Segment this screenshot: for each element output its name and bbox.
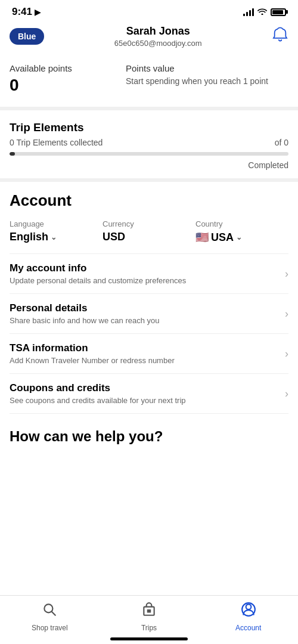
my-account-info-desc: Update personal details and customize pr… [10, 276, 186, 285]
language-value[interactable]: English ⌄ [10, 231, 103, 243]
available-points-label: Available points [10, 63, 126, 73]
trip-of-label: of 0 [275, 138, 288, 147]
trip-elements-row: 0 Trip Elements collected of 0 [10, 138, 288, 147]
trip-elements-title: Trip Elements [10, 121, 288, 134]
account-section: Account Language English ⌄ Currency USD … [0, 182, 298, 414]
nav-trips[interactable]: Trips [100, 602, 199, 632]
user-email: 65e0c650@moodjoy.com [44, 39, 272, 48]
points-value-label: Points value [126, 63, 288, 73]
nav-shop-travel[interactable]: Shop travel [0, 602, 100, 632]
tier-badge: Blue [10, 28, 44, 45]
currency-label: Currency [103, 219, 195, 228]
chevron-right-icon: › [285, 308, 288, 320]
battery-icon [271, 8, 286, 16]
nav-trips-label: Trips [141, 624, 157, 632]
personal-details-desc: Share basic info and how we can reach yo… [10, 316, 160, 325]
language-label: Language [10, 219, 103, 228]
personal-details-item[interactable]: Personal details Share basic info and ho… [10, 294, 288, 334]
trip-progress-fill [10, 152, 15, 156]
svg-point-4 [246, 604, 251, 609]
chevron-right-icon: › [285, 388, 288, 400]
trips-icon [141, 602, 157, 621]
nav-account[interactable]: Account [198, 602, 298, 632]
account-icon [241, 602, 256, 621]
search-icon [42, 602, 57, 621]
status-time: 9:41 ▶ [12, 6, 41, 18]
coupons-credits-desc: See coupons and credits available for yo… [10, 396, 186, 405]
coupons-credits-title: Coupons and credits [10, 382, 186, 394]
locale-row: Language English ⌄ Currency USD Country … [10, 219, 288, 254]
trip-elements-section: Trip Elements 0 Trip Elements collected … [0, 110, 298, 182]
currency-value[interactable]: USD [103, 231, 195, 243]
wifi-icon [257, 7, 267, 17]
tsa-information-desc: Add Known Traveler Number or redress num… [10, 356, 175, 365]
coupons-credits-item[interactable]: Coupons and credits See coupons and cred… [10, 374, 288, 414]
tsa-information-title: TSA information [10, 342, 175, 354]
language-chevron-down-icon: ⌄ [51, 233, 57, 242]
user-info: Sarah Jonas 65e0c650@moodjoy.com [44, 25, 272, 48]
country-chevron-down-icon: ⌄ [236, 233, 242, 242]
trip-completed-label: Completed [10, 160, 288, 170]
country-value[interactable]: 🇺🇸 USA ⌄ [195, 231, 288, 244]
help-title: How can we help you? [10, 428, 288, 445]
currency-selector[interactable]: Currency USD [103, 219, 195, 244]
country-flag-icon: 🇺🇸 [195, 231, 209, 244]
chevron-right-icon: › [285, 348, 288, 360]
trip-progress-bar [10, 152, 288, 156]
available-points-value: 0 [10, 76, 126, 95]
chevron-right-icon: › [285, 268, 288, 280]
nav-account-label: Account [235, 624, 261, 632]
country-selector[interactable]: Country 🇺🇸 USA ⌄ [195, 219, 288, 244]
bottom-nav: Shop travel Trips Account [0, 595, 298, 644]
points-value-desc: Start spending when you reach 1 point [126, 76, 288, 88]
svg-line-1 [52, 612, 55, 615]
language-selector[interactable]: Language English ⌄ [10, 219, 103, 244]
tsa-information-item[interactable]: TSA information Add Known Traveler Numbe… [10, 334, 288, 374]
country-label: Country [195, 219, 288, 228]
home-indicator [110, 637, 188, 640]
status-bar: 9:41 ▶ [0, 0, 298, 21]
header: Blue Sarah Jonas 65e0c650@moodjoy.com [0, 21, 298, 55]
nav-shop-travel-label: Shop travel [32, 624, 68, 632]
trip-collected-label: 0 Trip Elements collected [10, 138, 103, 147]
points-section: Available points 0 Points value Start sp… [0, 55, 298, 110]
notification-bell-icon[interactable] [272, 26, 288, 47]
account-section-title: Account [10, 191, 288, 210]
my-account-info-title: My account info [10, 262, 186, 274]
location-icon: ▶ [35, 8, 41, 17]
signal-icon [243, 8, 254, 16]
user-name: Sarah Jonas [44, 25, 272, 38]
status-icons [243, 7, 286, 17]
points-value-section: Points value Start spending when you rea… [126, 63, 288, 95]
svg-rect-3 [147, 609, 151, 612]
available-points: Available points 0 [10, 63, 126, 95]
personal-details-title: Personal details [10, 302, 160, 314]
help-section: How can we help you? [0, 414, 298, 451]
my-account-info-item[interactable]: My account info Update personal details … [10, 254, 288, 294]
